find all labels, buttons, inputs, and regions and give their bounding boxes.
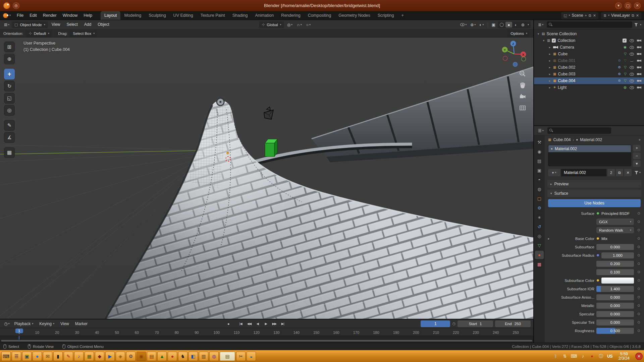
gizmos-dropdown[interactable]: ⊕▾ [469, 21, 477, 28]
shading-wireframe-button[interactable]: ◯ [498, 22, 505, 27]
3d-viewport[interactable]: User Perspective (1) Collection | Cube.0… [0, 38, 533, 319]
animate-dot[interactable] [638, 212, 640, 215]
disclosure-icon[interactable]: ▸ [548, 72, 551, 76]
menu-edit[interactable]: Edit [26, 11, 40, 20]
tab-texture[interactable]: ▩ [535, 260, 544, 268]
camera-object[interactable] [264, 107, 273, 119]
hide-eye-icon[interactable] [630, 53, 634, 56]
taskbar-item-app-7[interactable]: ✎ [64, 352, 73, 361]
view-object-types-dropdown[interactable]: ▾ [459, 21, 468, 28]
disclosure-icon[interactable]: ▸ [548, 46, 551, 49]
menu-object[interactable]: Object [95, 20, 112, 29]
preview-panel-header[interactable]: ▸ Preview [547, 180, 641, 188]
outliner-item-label[interactable]: Collection [557, 38, 575, 43]
tray-volume-icon[interactable]: ♪ [580, 354, 586, 359]
subsurface-aniso-field[interactable]: 0.000 [596, 294, 634, 300]
tool-annotate[interactable]: ✎ [4, 120, 15, 131]
filter-dropdown-caret[interactable]: ▾ [640, 23, 641, 26]
jump-start-button[interactable]: |◀ [237, 320, 245, 327]
maximize-button[interactable]: ▢ [625, 2, 631, 9]
subsurface-color-swatch[interactable] [601, 278, 634, 284]
outliner-row-cube-001[interactable]: ▸ ▦ Cube.001 ⚙ ▽ [534, 57, 644, 64]
subsurface-field[interactable]: 0.000 [596, 244, 634, 250]
outliner-row-cube-003[interactable]: ▸ ▦ Cube.003 ⚙ ▽ [534, 71, 644, 77]
outliner-item-label[interactable]: Cube.001 [558, 58, 575, 63]
unlink-material-button[interactable]: ✕ [624, 169, 632, 176]
xray-toggle[interactable]: ▣ [490, 21, 497, 28]
taskbar-item-app-1[interactable]: ⌨ [1, 352, 11, 361]
taskbar-item-app-12[interactable]: ◈ [116, 352, 125, 361]
animate-dot[interactable] [638, 329, 640, 332]
disclosure-icon[interactable]: ▸ [548, 52, 551, 56]
tab-compositing[interactable]: Compositing [304, 11, 335, 20]
filter-icon[interactable] [634, 23, 638, 26]
taskbar-item-app-18[interactable]: ♞ [178, 352, 187, 361]
hide-eye-icon[interactable] [630, 60, 634, 62]
tray-keyboard-indicator-icon[interactable]: ⌨ [571, 354, 577, 359]
remove-slot-button[interactable]: − [633, 153, 641, 159]
hide-eye-icon[interactable] [630, 66, 634, 69]
animate-dot[interactable] [638, 288, 640, 290]
browse-material-button[interactable]: ● ▾ [548, 169, 560, 176]
render-visibility-icon[interactable] [637, 53, 641, 56]
gizmo-x-label[interactable]: X [522, 53, 524, 56]
timeline-track[interactable] [0, 336, 533, 343]
tab-particles[interactable]: ∗ [535, 213, 544, 222]
taskbar-item-app-4[interactable]: ● [33, 352, 42, 361]
surface-panel-header[interactable]: ▾ Surface [547, 189, 641, 197]
outliner-row-cube-004[interactable]: ▸ ▦ Cube.004 ⚙ ▽ [534, 77, 644, 84]
menu-file[interactable]: File [14, 11, 26, 20]
taskbar-item-app-2[interactable]: ☰ [12, 352, 21, 361]
material-slot-list[interactable]: ● Material.002 [548, 145, 631, 166]
collection-checkbox[interactable] [552, 39, 556, 43]
viewlayer-selector[interactable]: ≣ ▾ ViewLayer ⧉ ✕ [601, 12, 641, 19]
menu-playback[interactable]: Playback▾ [12, 321, 36, 326]
tool-scale[interactable]: ◱ [4, 93, 15, 104]
pivot-point-dropdown[interactable]: ◎▾ [286, 21, 294, 28]
copy-icon[interactable]: ⧉ [632, 14, 634, 17]
tab-animation[interactable]: Animation [252, 11, 278, 20]
new-material-button[interactable]: ⧉ [616, 169, 623, 176]
tab-texture-paint[interactable]: Texture Paint [197, 11, 229, 20]
shading-material-button[interactable]: ◐ [513, 22, 519, 27]
tab-modeling[interactable]: Modeling [120, 11, 145, 20]
navigation-gizmo[interactable]: Z X Y [500, 40, 529, 68]
menu-view[interactable]: View [58, 321, 72, 326]
animate-dot[interactable] [638, 246, 640, 248]
taskbar-item-app-21[interactable]: ◍ [209, 352, 219, 361]
pin-icon[interactable]: ⌖ [639, 138, 641, 142]
close-button[interactable]: ✕ [634, 2, 641, 9]
hide-eye-icon[interactable] [630, 39, 634, 42]
outliner-editor-type-button[interactable]: ≣▾ [537, 21, 545, 28]
breadcrumb-material[interactable]: Material.002 [580, 137, 602, 142]
properties-search-input[interactable] [547, 127, 611, 134]
timeline-scrollbar-thumb[interactable] [1, 340, 532, 342]
outliner-row-cube-002[interactable]: ▸ ▦ Cube.002 ⚙ ▽ [534, 64, 644, 71]
current-frame-field[interactable]: 1 [421, 320, 450, 327]
taskbar-item-app-22[interactable]: ▤ [220, 352, 235, 361]
radius-x-field[interactable]: 1.000 [601, 252, 634, 258]
properties-editor-type-button[interactable]: ☰▾ [537, 127, 545, 134]
render-visibility-icon[interactable] [637, 39, 641, 42]
titlebar[interactable]: Blender [/home/amalie/Desktop/blender/br… [0, 0, 644, 11]
disclosure-icon[interactable]: ▸ [548, 79, 551, 82]
animate-dot[interactable] [638, 304, 640, 307]
zoom-icon[interactable] [519, 70, 527, 78]
taskbar-item-app-20[interactable]: ▥ [199, 352, 208, 361]
sss-method-dropdown[interactable]: Random Walk▾ [596, 227, 634, 233]
specular-tint-field[interactable]: 0.000 [596, 319, 634, 325]
tab-scene[interactable]: ◓ [535, 176, 544, 184]
taskbar-item-app-9[interactable]: ▦ [85, 352, 94, 361]
overlays-dropdown[interactable]: ◐▾ [478, 21, 485, 28]
orientation-dropdown[interactable]: ⊹ Default▾ [26, 30, 52, 37]
menu-marker[interactable]: Marker [72, 321, 90, 326]
disclosure-icon[interactable]: ▸ [548, 86, 551, 89]
play-button[interactable]: ▶ [262, 320, 270, 327]
mode-dropdown[interactable]: ▢ Object Mode▾ [12, 21, 48, 28]
taskbar-item-app-10[interactable]: ◆ [95, 352, 104, 361]
outliner-search-input[interactable] [547, 21, 632, 28]
menu-window[interactable]: Window [60, 11, 80, 20]
tab-physics[interactable]: ↺ [535, 223, 544, 231]
taskbar-item-app-8[interactable]: ♪ [74, 352, 84, 361]
pan-hand-icon[interactable] [519, 81, 527, 89]
